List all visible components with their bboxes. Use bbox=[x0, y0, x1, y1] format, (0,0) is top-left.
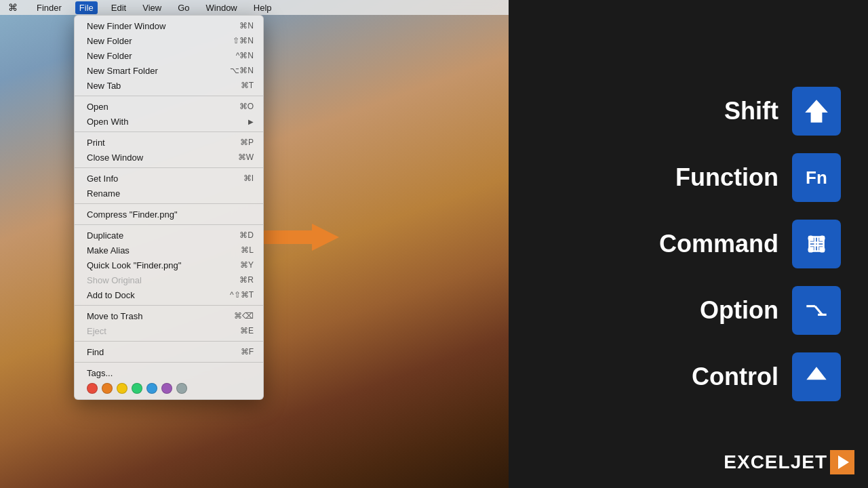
menu-item-label: Duplicate bbox=[87, 230, 123, 241]
menu-print[interactable]: Print ⌘P bbox=[75, 135, 263, 150]
menu-item-shortcut: ⌘Y bbox=[240, 260, 254, 270]
menu-quick-look[interactable]: Quick Look "Finder.png" ⌘Y bbox=[75, 258, 263, 272]
menu-item-shortcut: ⌘I bbox=[243, 174, 254, 183]
tag-dot[interactable] bbox=[146, 383, 157, 394]
separator-2 bbox=[75, 131, 263, 132]
menu-item-label: New Folder bbox=[87, 51, 132, 61]
separator-7 bbox=[75, 341, 263, 342]
fn-icon: Fn bbox=[792, 153, 841, 202]
menu-new-finder-window[interactable]: New Finder Window ⌘N bbox=[75, 18, 263, 33]
menu-item-label: New Smart Folder bbox=[87, 66, 158, 76]
tag-dot[interactable] bbox=[87, 383, 98, 394]
file-dropdown: New Finder Window ⌘N New Folder ⇧⌘N New … bbox=[74, 15, 264, 400]
menu-item-label: Add to Dock bbox=[87, 290, 135, 300]
menu-item-label: Get Info bbox=[87, 174, 118, 184]
function-label: Function bbox=[629, 163, 778, 192]
menu-item-label: Open bbox=[87, 102, 108, 112]
exceljet-icon bbox=[830, 450, 854, 474]
menu-item-shortcut: ⌘T bbox=[241, 81, 254, 90]
menu-item-label: Make Alias bbox=[87, 245, 130, 256]
control-label: Control bbox=[629, 363, 778, 391]
menu-item-label: Show Original bbox=[87, 275, 142, 285]
fn-text: Fn bbox=[806, 167, 827, 188]
go-menu[interactable]: Go bbox=[175, 3, 192, 13]
option-row: Option bbox=[549, 286, 868, 335]
menu-new-folder[interactable]: New Folder ⇧⌘N bbox=[75, 33, 263, 48]
menu-new-smart-folder[interactable]: New Smart Folder ⌥⌘N bbox=[75, 63, 263, 78]
menu-item-shortcut: ^⌘N bbox=[236, 51, 254, 60]
help-menu[interactable]: Help bbox=[251, 3, 275, 13]
menu-item-shortcut: ⌘N bbox=[239, 21, 254, 30]
view-menu[interactable]: View bbox=[140, 3, 164, 13]
menu-bar: ⌘ Finder File Edit View Go Window Help bbox=[0, 0, 509, 15]
svg-line-3 bbox=[815, 306, 823, 315]
menu-item-shortcut: ⇧⌘N bbox=[233, 36, 254, 45]
command-row: Command bbox=[549, 220, 868, 268]
menu-make-alias[interactable]: Make Alias ⌘L bbox=[75, 243, 263, 258]
tag-dot[interactable] bbox=[117, 383, 127, 394]
option-label: Option bbox=[629, 296, 778, 325]
menu-item-shortcut: ⌘W bbox=[238, 152, 254, 162]
separator-3 bbox=[75, 167, 263, 168]
menu-get-info[interactable]: Get Info ⌘I bbox=[75, 171, 263, 186]
shift-label: Shift bbox=[629, 97, 778, 125]
menu-item-label: Close Window bbox=[87, 152, 143, 163]
menu-item-shortcut: ⌘E bbox=[240, 326, 254, 336]
file-menu[interactable]: File bbox=[75, 1, 98, 14]
menu-close-window[interactable]: Close Window ⌘W bbox=[75, 150, 263, 165]
function-row: Function Fn bbox=[549, 153, 868, 202]
tag-dot[interactable] bbox=[102, 383, 113, 394]
menu-item-label: Open With bbox=[87, 117, 128, 127]
menu-tags[interactable]: Tags... bbox=[75, 365, 263, 380]
edit-menu[interactable]: Edit bbox=[108, 3, 129, 13]
tags-dots bbox=[84, 383, 254, 394]
command-icon bbox=[792, 220, 841, 268]
window-menu[interactable]: Window bbox=[203, 3, 240, 13]
separator-6 bbox=[75, 305, 263, 306]
menu-duplicate[interactable]: Duplicate ⌘D bbox=[75, 228, 263, 243]
tag-dot[interactable] bbox=[161, 383, 172, 394]
svg-marker-0 bbox=[805, 100, 828, 123]
menu-item-shortcut: ⌘⌫ bbox=[234, 311, 254, 321]
menu-item-shortcut: ⌘P bbox=[240, 138, 254, 147]
menu-compress[interactable]: Compress "Finder.png" bbox=[75, 207, 263, 222]
tag-dot[interactable] bbox=[176, 383, 187, 394]
tag-dot[interactable] bbox=[132, 383, 142, 394]
option-icon bbox=[792, 286, 841, 335]
menu-find[interactable]: Find ⌘F bbox=[75, 344, 263, 359]
shift-icon bbox=[792, 87, 841, 136]
menu-item-label: Find bbox=[87, 347, 104, 357]
right-panel: Shift Function Fn Command Option bbox=[509, 0, 868, 488]
menu-show-original: Show Original ⌘R bbox=[75, 272, 263, 287]
menu-item-label: Tags... bbox=[87, 368, 113, 378]
svg-marker-4 bbox=[806, 367, 826, 380]
menu-item-shortcut: ^⇧⌘T bbox=[230, 290, 254, 300]
control-icon bbox=[792, 352, 841, 401]
menu-item-shortcut: ⌘D bbox=[239, 230, 254, 240]
menu-open[interactable]: Open ⌘O bbox=[75, 99, 263, 114]
menu-item-shortcut: ⌘O bbox=[239, 102, 254, 111]
menu-new-folder-selection[interactable]: New Folder ^⌘N bbox=[75, 48, 263, 63]
menu-move-to-trash[interactable]: Move to Trash ⌘⌫ bbox=[75, 308, 263, 323]
menu-eject: Eject ⌘E bbox=[75, 323, 263, 338]
finder-menu[interactable]: Finder bbox=[34, 3, 64, 13]
menu-item-label: Print bbox=[87, 138, 105, 148]
apple-menu[interactable]: ⌘ bbox=[5, 2, 20, 13]
arrow-container bbox=[258, 220, 339, 257]
menu-item-shortcut: ⌥⌘N bbox=[230, 66, 254, 75]
menu-rename[interactable]: Rename bbox=[75, 186, 263, 201]
separator-5 bbox=[75, 224, 263, 225]
exceljet-text: EXCELJET bbox=[724, 451, 827, 473]
separator-1 bbox=[75, 96, 263, 96]
shift-row: Shift bbox=[549, 87, 868, 136]
menu-item-label: New Finder Window bbox=[87, 21, 165, 31]
menu-open-with[interactable]: Open With ▶ bbox=[75, 114, 263, 129]
menu-new-tab[interactable]: New Tab ⌘T bbox=[75, 78, 263, 93]
separator-8 bbox=[75, 362, 263, 363]
menu-item-label: New Tab bbox=[87, 81, 121, 91]
menu-item-shortcut: ⌘R bbox=[239, 275, 254, 285]
exceljet-play-icon bbox=[838, 455, 849, 469]
menu-add-to-dock[interactable]: Add to Dock ^⇧⌘T bbox=[75, 287, 263, 302]
menu-item-label: Eject bbox=[87, 326, 106, 336]
control-row: Control bbox=[549, 352, 868, 401]
